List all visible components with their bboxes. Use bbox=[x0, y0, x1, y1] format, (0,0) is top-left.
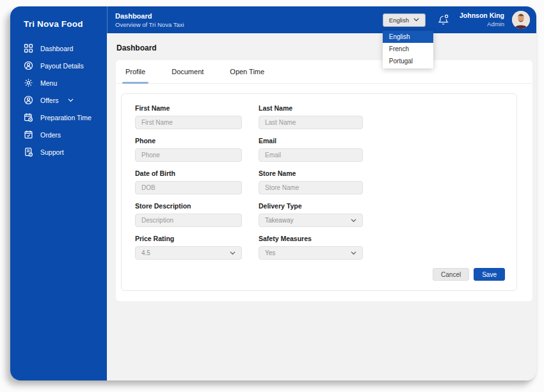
grid-icon bbox=[24, 43, 33, 53]
header-titles: Dashboard Overview of Tri Nova Taxi bbox=[115, 12, 184, 28]
language-selected-label: English bbox=[389, 17, 409, 24]
form-actions: Cancel Save bbox=[433, 268, 505, 281]
chevron-down-icon bbox=[351, 251, 356, 255]
price-rating-select[interactable]: 4.5 bbox=[135, 246, 242, 260]
sidebar-item-menu[interactable]: Menu bbox=[10, 74, 107, 91]
email-field: Email bbox=[259, 137, 363, 162]
sidebar: Tri Nova Food Dashboard bbox=[10, 6, 107, 380]
field-label: Last Name bbox=[259, 104, 363, 112]
select-value: Yes bbox=[265, 249, 275, 256]
sidebar-nav: Dashboard Payout Details bbox=[10, 40, 107, 161]
field-label: Safety Measures bbox=[259, 235, 363, 242]
cancel-button[interactable]: Cancel bbox=[433, 268, 469, 281]
top-header: Dashboard Overview of Tri Nova Taxi Engl… bbox=[107, 6, 536, 33]
save-button[interactable]: Save bbox=[474, 268, 505, 281]
profile-form-grid: First Name Last Name Phone bbox=[135, 104, 516, 260]
language-selector-button[interactable]: English bbox=[383, 13, 426, 27]
notification-bell-icon[interactable] bbox=[438, 14, 449, 26]
email-input[interactable] bbox=[259, 148, 363, 162]
price-rating-field: Price Rating 4.5 bbox=[135, 235, 242, 260]
sidebar-item-payout-details[interactable]: Payout Details bbox=[10, 57, 107, 74]
last-name-input[interactable] bbox=[259, 116, 363, 129]
profile-form-card: First Name Last Name Phone bbox=[121, 93, 517, 291]
user-circle-icon bbox=[24, 95, 33, 105]
safety-measures-select[interactable]: Yes bbox=[259, 246, 363, 260]
tab-profile[interactable]: Profile bbox=[125, 60, 145, 83]
sidebar-item-label: Support bbox=[40, 148, 64, 156]
select-value: 4.5 bbox=[141, 249, 150, 256]
chevron-down-icon bbox=[68, 98, 74, 102]
language-dropdown-menu: English French Portugal bbox=[383, 31, 433, 68]
page-title: Dashboard bbox=[116, 43, 532, 52]
avatar[interactable] bbox=[512, 11, 530, 29]
language-option-portugal[interactable]: Portugal bbox=[383, 56, 433, 67]
store-description-field: Store Description bbox=[135, 202, 242, 227]
store-name-field: Store Name bbox=[259, 169, 363, 194]
date-of-birth-field: Date of Birth bbox=[135, 169, 242, 194]
header-subtitle: Overview of Tri Nova Taxi bbox=[115, 21, 184, 28]
field-label: Store Name bbox=[259, 169, 363, 177]
chevron-down-icon bbox=[413, 18, 419, 22]
content-column: Dashboard Overview of Tri Nova Taxi Engl… bbox=[107, 6, 536, 380]
app-window: Tri Nova Food Dashboard bbox=[10, 6, 536, 380]
language-option-english[interactable]: English bbox=[383, 31, 433, 43]
sidebar-item-support[interactable]: Support bbox=[10, 143, 107, 161]
language-selector-wrap: English English French Portugal bbox=[383, 13, 426, 27]
tab-document[interactable]: Document bbox=[172, 60, 204, 83]
sidebar-item-offers[interactable]: Offers bbox=[10, 91, 107, 109]
calendar-check-icon bbox=[24, 130, 33, 139]
page-background: Tri Nova Food Dashboard bbox=[0, 0, 544, 392]
chevron-down-icon bbox=[351, 219, 356, 223]
sidebar-item-label: Dashboard bbox=[40, 45, 73, 52]
field-label: Price Rating bbox=[135, 235, 242, 242]
phone-input[interactable] bbox=[135, 148, 242, 162]
phone-field: Phone bbox=[135, 137, 242, 162]
gear-icon bbox=[24, 78, 33, 88]
safety-measures-field: Safety Measures Yes bbox=[259, 235, 363, 260]
user-name: Johnson King bbox=[460, 12, 504, 20]
field-label: Store Description bbox=[135, 202, 242, 210]
header-title: Dashboard bbox=[115, 12, 184, 20]
dashboard-panel: Profile Document Open Time First Name La… bbox=[116, 60, 532, 301]
sidebar-item-label: Payout Details bbox=[40, 62, 84, 70]
user-circle-icon bbox=[24, 61, 33, 70]
sidebar-item-label: Menu bbox=[40, 79, 57, 87]
sidebar-item-orders[interactable]: Orders bbox=[10, 126, 107, 143]
sidebar-item-label: Orders bbox=[40, 131, 61, 139]
store-description-input[interactable] bbox=[135, 214, 242, 227]
tab-open-time[interactable]: Open Time bbox=[230, 60, 264, 83]
sidebar-item-preparation-time[interactable]: Preparation Time bbox=[10, 109, 107, 126]
field-label: First Name bbox=[135, 104, 242, 112]
select-value: Takeaway bbox=[265, 217, 293, 224]
delivery-type-field: Delivery Type Takeaway bbox=[259, 202, 363, 227]
language-option-french[interactable]: French bbox=[383, 43, 433, 55]
calendar-clock-icon bbox=[24, 113, 33, 122]
field-label: Date of Birth bbox=[135, 169, 242, 177]
chevron-down-icon bbox=[230, 251, 236, 255]
sidebar-item-label: Offers bbox=[40, 97, 58, 104]
field-label: Phone bbox=[135, 137, 242, 145]
first-name-input[interactable] bbox=[135, 116, 242, 129]
app-logo-text: Tri Nova Food bbox=[10, 6, 107, 29]
field-label: Delivery Type bbox=[259, 202, 363, 210]
sidebar-item-label: Preparation Time bbox=[40, 114, 92, 122]
store-name-input[interactable] bbox=[259, 181, 363, 194]
last-name-field: Last Name bbox=[259, 104, 363, 129]
first-name-field: First Name bbox=[135, 104, 242, 129]
dob-input[interactable] bbox=[135, 181, 242, 194]
field-label: Email bbox=[259, 137, 363, 145]
user-info[interactable]: Johnson King Admin bbox=[460, 12, 504, 28]
sidebar-item-dashboard[interactable]: Dashboard bbox=[10, 40, 107, 57]
delivery-type-select[interactable]: Takeaway bbox=[259, 214, 363, 227]
tab-bar: Profile Document Open Time bbox=[116, 60, 532, 84]
user-role: Admin bbox=[460, 20, 504, 28]
main-content: Dashboard Profile Document Open Time Fir… bbox=[107, 33, 536, 380]
support-doc-icon bbox=[24, 147, 33, 157]
